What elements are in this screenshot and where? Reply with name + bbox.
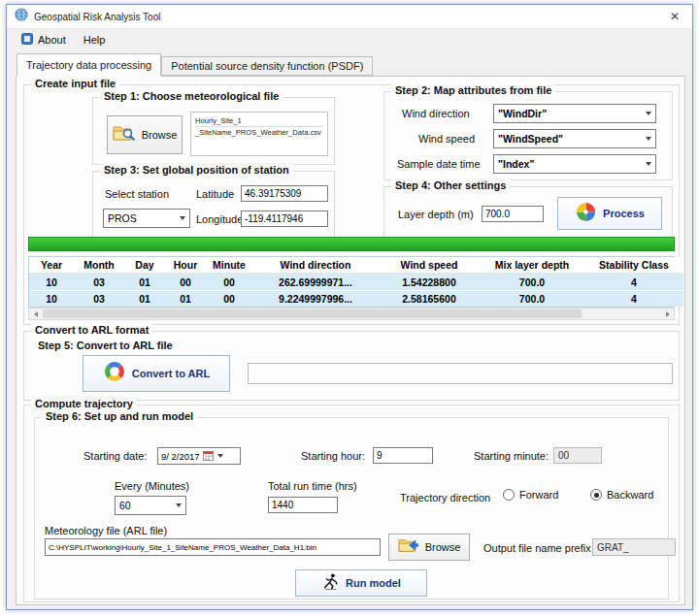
chevron-down-icon: [646, 162, 651, 166]
arl-browse-label: Browse: [425, 541, 461, 553]
menu-about-label: About: [38, 34, 66, 46]
folder-search-icon: [113, 123, 136, 146]
tab-trajectory-data-processing[interactable]: Trajectory data processing: [17, 53, 161, 77]
run-model-label: Run model: [346, 577, 401, 589]
wind-speed-label: Wind speed: [418, 133, 475, 145]
forward-radio[interactable]: Forward: [503, 489, 558, 501]
step1-group: Step 1: Choose meteorological file Brows…: [92, 97, 335, 165]
table-cell: 10: [29, 290, 74, 307]
latitude-input[interactable]: [241, 185, 328, 202]
longitude-input[interactable]: [241, 211, 328, 227]
station-combo[interactable]: PROS: [103, 209, 190, 228]
menu-help[interactable]: Help: [75, 32, 115, 48]
runner-icon: [321, 572, 340, 595]
table-cell: 2.58165600: [379, 290, 480, 307]
table-cell: 1.54228800: [379, 274, 480, 290]
station-value: PROS: [108, 212, 137, 224]
table-cell: 700.0: [480, 290, 584, 307]
latitude-label: Latitude: [196, 188, 234, 200]
chosen-file-line2: _SiteName_PROS_Weather_Data.csv: [195, 128, 321, 137]
table-cell: 01: [165, 290, 206, 307]
app-window: Geospatial Risk Analysis Tool ✕ About He…: [6, 4, 693, 610]
chevron-down-icon: [646, 137, 651, 141]
compute-trajectory-group: Compute trajectory Step 6: Set up and ru…: [23, 405, 680, 602]
menu-bar: About Help: [7, 28, 692, 50]
scroll-left-button[interactable]: [29, 308, 42, 319]
column-header-wind-speed[interactable]: Wind speed: [379, 257, 480, 274]
process-button[interactable]: Process: [557, 197, 662, 230]
starting-minute-label: Starting minute:: [474, 450, 549, 462]
starting-minute-box: 00: [553, 447, 602, 464]
table-cell: 00: [206, 274, 252, 290]
chevron-down-icon: [180, 216, 185, 220]
step1-browse-button[interactable]: Browse: [107, 115, 183, 154]
scrollbar-thumb[interactable]: [43, 309, 582, 318]
step4-group: Step 4: Other settings Layer depth (m) P…: [383, 186, 673, 241]
chosen-file-display: Hourly_Site_1 _SiteName_PROS_Weather_Dat…: [190, 112, 328, 156]
column-header-day[interactable]: Day: [124, 257, 165, 274]
tab-page: Create input file Step 1: Choose meteoro…: [16, 76, 685, 605]
wind-direction-label: Wind direction: [402, 108, 470, 119]
layer-depth-input[interactable]: [482, 206, 544, 222]
meteorology-file-input[interactable]: [45, 538, 381, 556]
table-row[interactable]: 10 03 01 01 00 9.2249997996... 2.5816560…: [29, 290, 674, 307]
convert-to-arl-group: Convert to ARL format Step 5: Convert to…: [23, 331, 680, 401]
chevron-down-icon: [646, 112, 651, 115]
sample-date-time-value: "Index": [498, 158, 534, 170]
wind-direction-combo[interactable]: "WindDir": [493, 104, 656, 123]
layer-depth-label: Layer depth (m): [398, 209, 474, 220]
arl-browse-button[interactable]: Browse: [388, 534, 470, 561]
step1-title: Step 1: Choose meteorological file: [100, 90, 283, 102]
globe-icon: [15, 8, 28, 25]
weather-data-table: Year Month Day Hour Minute Wind directio…: [28, 256, 675, 308]
close-button[interactable]: ✕: [657, 5, 692, 28]
scroll-right-button[interactable]: [661, 308, 674, 319]
total-run-time-input[interactable]: [268, 497, 338, 513]
select-station-label: Select station: [105, 188, 169, 200]
column-header-mix-layer-depth[interactable]: Mix layer depth: [480, 257, 584, 274]
every-minutes-combo[interactable]: 60: [115, 496, 186, 515]
table-cell: 03: [74, 274, 124, 290]
starting-date-label: Starting date:: [83, 450, 147, 462]
table-cell: 4: [584, 274, 683, 290]
convert-to-arl-button[interactable]: Convert to ARL: [83, 355, 230, 392]
step3-title: Step 3: Set global position of station: [100, 164, 293, 176]
table-cell: 00: [165, 274, 206, 290]
forward-radio-label: Forward: [519, 489, 558, 501]
chevron-down-icon: [217, 454, 223, 458]
process-progress-bar: [28, 237, 675, 251]
starting-hour-input[interactable]: [373, 447, 433, 464]
step2-title: Step 2: Map attributes from file: [391, 84, 555, 96]
column-header-wind-direction[interactable]: Wind direction: [252, 257, 379, 274]
meteorology-file-label: Meteorology file (ARL file): [45, 525, 167, 536]
tab-psdf[interactable]: Potential source density function (PSDF): [161, 56, 373, 76]
every-minutes-value: 60: [119, 500, 131, 511]
table-row[interactable]: 10 03 01 00 00 262.69999971... 1.5422880…: [29, 274, 674, 290]
column-header-stability-class[interactable]: Stability Class: [584, 257, 683, 274]
wind-speed-combo[interactable]: "WindSpeed": [493, 129, 656, 148]
scroll-left-icon: [34, 311, 38, 317]
step3-group: Step 3: Set global position of station S…: [92, 171, 335, 239]
backward-radio[interactable]: Backward: [590, 489, 653, 501]
starting-date-picker[interactable]: 9/ 2/2017: [157, 447, 241, 465]
table-cell: 10: [29, 274, 74, 290]
table-cell: 03: [74, 290, 124, 307]
column-header-year[interactable]: Year: [29, 257, 74, 274]
run-model-button[interactable]: Run model: [295, 569, 427, 597]
table-cell: 00: [206, 290, 252, 307]
column-header-month[interactable]: Month: [74, 257, 124, 274]
table-cell: 9.2249997996...: [252, 290, 379, 307]
compute-trajectory-title: Compute trajectory: [31, 398, 137, 409]
tab-strip: Trajectory data processing Potential sou…: [7, 50, 692, 76]
step6-group: Step 6: Set up and run model Starting da…: [34, 417, 669, 600]
chosen-file-line1: Hourly_Site_1: [195, 115, 323, 127]
wind-speed-value: "WindSpeed": [498, 133, 563, 145]
sample-date-time-combo[interactable]: "Index": [493, 154, 656, 174]
table-cell: 01: [124, 290, 165, 307]
step2-group: Step 2: Map attributes from file Wind di…: [383, 91, 673, 180]
column-header-minute[interactable]: Minute: [206, 257, 252, 274]
menu-about[interactable]: About: [13, 31, 75, 49]
step6-title: Step 6: Set up and run model: [42, 410, 197, 422]
calendar-icon: [203, 450, 214, 463]
column-header-hour[interactable]: Hour: [165, 257, 206, 274]
